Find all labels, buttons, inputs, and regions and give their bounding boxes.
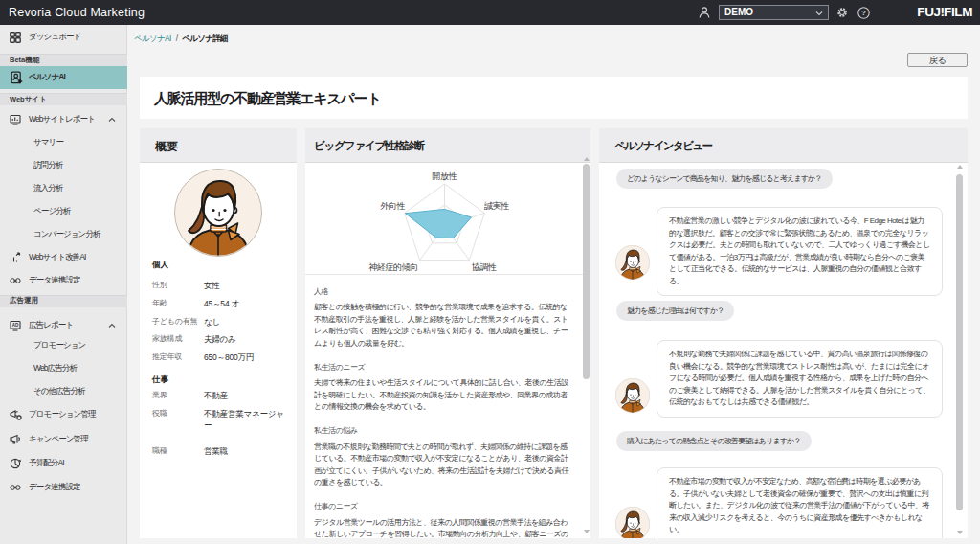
svg-text:AD: AD — [12, 323, 19, 328]
svg-text:協調性: 協調性 — [472, 262, 497, 272]
svg-text:神経症的傾向: 神経症的傾向 — [368, 262, 418, 272]
svg-text:?: ? — [861, 9, 866, 17]
svg-text:外向性: 外向性 — [380, 201, 405, 211]
svg-text:誠実性: 誠実性 — [484, 201, 509, 211]
svg-text:開放性: 開放性 — [433, 171, 457, 181]
